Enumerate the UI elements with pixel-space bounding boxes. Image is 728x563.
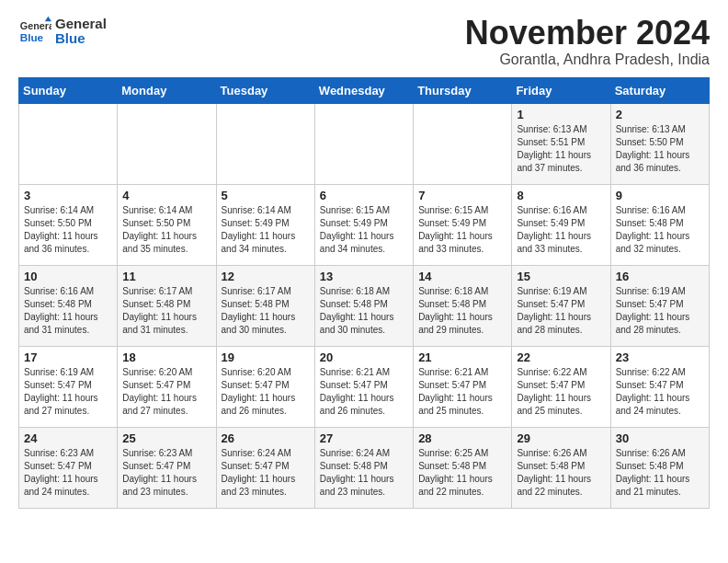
calendar-cell [414,103,512,184]
logo-general: General [55,17,107,32]
day-info: Sunrise: 6:14 AM Sunset: 5:50 PM Dayligh… [24,204,112,256]
logo-blue: Blue [55,31,107,47]
day-number: 13 [320,270,408,283]
calendar-week-row: 17Sunrise: 6:19 AM Sunset: 5:47 PM Dayli… [19,346,710,427]
weekday-header: Thursday [414,77,512,103]
day-info: Sunrise: 6:14 AM Sunset: 5:49 PM Dayligh… [222,204,310,256]
day-info: Sunrise: 6:19 AM Sunset: 5:47 PM Dayligh… [517,285,605,337]
day-info: Sunrise: 6:23 AM Sunset: 5:47 PM Dayligh… [24,447,112,499]
calendar-cell: 7Sunrise: 6:15 AM Sunset: 5:49 PM Daylig… [414,184,512,265]
calendar-cell: 4Sunrise: 6:14 AM Sunset: 5:50 PM Daylig… [118,184,216,265]
day-number: 27 [320,431,408,445]
day-number: 2 [616,108,704,121]
day-info: Sunrise: 6:24 AM Sunset: 5:48 PM Dayligh… [320,447,408,499]
day-info: Sunrise: 6:15 AM Sunset: 5:49 PM Dayligh… [418,204,506,256]
calendar-cell: 30Sunrise: 6:26 AM Sunset: 5:48 PM Dayli… [610,427,709,508]
logo-icon: General Blue [18,15,51,48]
day-number: 6 [320,189,408,202]
title-block: November 2024 Gorantla, Andhra Pradesh, … [465,15,710,68]
day-info: Sunrise: 6:23 AM Sunset: 5:47 PM Dayligh… [122,447,210,499]
day-info: Sunrise: 6:20 AM Sunset: 5:47 PM Dayligh… [122,366,210,418]
day-number: 30 [616,431,704,445]
location: Gorantla, Andhra Pradesh, India [465,52,710,68]
calendar-cell: 6Sunrise: 6:15 AM Sunset: 5:49 PM Daylig… [314,184,413,265]
svg-text:Blue: Blue [20,31,44,43]
day-info: Sunrise: 6:26 AM Sunset: 5:48 PM Dayligh… [616,447,704,499]
calendar-cell: 17Sunrise: 6:19 AM Sunset: 5:47 PM Dayli… [19,346,118,427]
weekday-header: Tuesday [216,77,314,103]
day-number: 19 [222,350,310,364]
day-info: Sunrise: 6:19 AM Sunset: 5:47 PM Dayligh… [24,366,112,418]
weekday-header: Monday [118,77,216,103]
calendar-cell: 14Sunrise: 6:18 AM Sunset: 5:48 PM Dayli… [414,265,512,346]
calendar-cell: 29Sunrise: 6:26 AM Sunset: 5:48 PM Dayli… [512,427,610,508]
header: General Blue General Blue November 2024 … [18,15,710,68]
day-info: Sunrise: 6:25 AM Sunset: 5:48 PM Dayligh… [418,447,506,499]
day-info: Sunrise: 6:26 AM Sunset: 5:48 PM Dayligh… [517,447,605,499]
calendar-cell: 28Sunrise: 6:25 AM Sunset: 5:48 PM Dayli… [414,427,512,508]
calendar-cell: 1Sunrise: 6:13 AM Sunset: 5:51 PM Daylig… [512,103,610,184]
day-number: 29 [517,431,605,445]
day-info: Sunrise: 6:15 AM Sunset: 5:49 PM Dayligh… [320,204,408,256]
calendar-table: SundayMondayTuesdayWednesdayThursdayFrid… [18,77,710,509]
day-info: Sunrise: 6:22 AM Sunset: 5:47 PM Dayligh… [616,366,704,418]
day-info: Sunrise: 6:21 AM Sunset: 5:47 PM Dayligh… [418,366,506,418]
calendar-cell: 20Sunrise: 6:21 AM Sunset: 5:47 PM Dayli… [314,346,413,427]
calendar-cell [118,103,216,184]
day-number: 15 [517,270,605,283]
day-number: 4 [122,189,210,202]
calendar-cell [216,103,314,184]
weekday-header: Sunday [19,77,118,103]
calendar-cell: 8Sunrise: 6:16 AM Sunset: 5:49 PM Daylig… [512,184,610,265]
calendar-cell [19,103,118,184]
calendar-cell: 19Sunrise: 6:20 AM Sunset: 5:47 PM Dayli… [216,346,314,427]
page: General Blue General Blue November 2024 … [0,0,728,523]
day-info: Sunrise: 6:20 AM Sunset: 5:47 PM Dayligh… [222,366,310,418]
day-number: 10 [24,270,112,283]
calendar-cell: 12Sunrise: 6:17 AM Sunset: 5:48 PM Dayli… [216,265,314,346]
calendar-cell: 3Sunrise: 6:14 AM Sunset: 5:50 PM Daylig… [19,184,118,265]
day-number: 8 [517,189,605,202]
day-number: 20 [320,350,408,364]
month-title: November 2024 [465,15,710,52]
day-number: 1 [517,108,605,121]
day-number: 14 [418,270,506,283]
day-info: Sunrise: 6:13 AM Sunset: 5:50 PM Dayligh… [616,123,704,175]
calendar-cell: 22Sunrise: 6:22 AM Sunset: 5:47 PM Dayli… [512,346,610,427]
weekday-header: Wednesday [314,77,413,103]
day-number: 16 [616,270,704,283]
day-info: Sunrise: 6:16 AM Sunset: 5:48 PM Dayligh… [616,204,704,256]
day-number: 25 [122,431,210,445]
calendar-cell: 13Sunrise: 6:18 AM Sunset: 5:48 PM Dayli… [314,265,413,346]
calendar-cell: 18Sunrise: 6:20 AM Sunset: 5:47 PM Dayli… [118,346,216,427]
calendar-cell: 26Sunrise: 6:24 AM Sunset: 5:47 PM Dayli… [216,427,314,508]
day-number: 28 [418,431,506,445]
calendar-week-row: 24Sunrise: 6:23 AM Sunset: 5:47 PM Dayli… [19,427,710,508]
day-info: Sunrise: 6:24 AM Sunset: 5:47 PM Dayligh… [222,447,310,499]
calendar-cell: 5Sunrise: 6:14 AM Sunset: 5:49 PM Daylig… [216,184,314,265]
logo: General Blue General Blue [18,15,107,48]
day-number: 24 [24,431,112,445]
calendar-cell: 10Sunrise: 6:16 AM Sunset: 5:48 PM Dayli… [19,265,118,346]
calendar-cell: 21Sunrise: 6:21 AM Sunset: 5:47 PM Dayli… [414,346,512,427]
day-info: Sunrise: 6:19 AM Sunset: 5:47 PM Dayligh… [616,285,704,337]
calendar-cell: 16Sunrise: 6:19 AM Sunset: 5:47 PM Dayli… [610,265,709,346]
calendar-cell: 24Sunrise: 6:23 AM Sunset: 5:47 PM Dayli… [19,427,118,508]
day-info: Sunrise: 6:16 AM Sunset: 5:49 PM Dayligh… [517,204,605,256]
day-info: Sunrise: 6:22 AM Sunset: 5:47 PM Dayligh… [517,366,605,418]
calendar-cell [314,103,413,184]
day-info: Sunrise: 6:18 AM Sunset: 5:48 PM Dayligh… [418,285,506,337]
day-info: Sunrise: 6:13 AM Sunset: 5:51 PM Dayligh… [517,123,605,175]
calendar-cell: 2Sunrise: 6:13 AM Sunset: 5:50 PM Daylig… [610,103,709,184]
day-number: 11 [122,270,210,283]
calendar-cell: 27Sunrise: 6:24 AM Sunset: 5:48 PM Dayli… [314,427,413,508]
day-info: Sunrise: 6:14 AM Sunset: 5:50 PM Dayligh… [122,204,210,256]
day-info: Sunrise: 6:18 AM Sunset: 5:48 PM Dayligh… [320,285,408,337]
day-number: 22 [517,350,605,364]
calendar-cell: 23Sunrise: 6:22 AM Sunset: 5:47 PM Dayli… [610,346,709,427]
day-number: 7 [418,189,506,202]
calendar-week-row: 1Sunrise: 6:13 AM Sunset: 5:51 PM Daylig… [19,103,710,184]
day-number: 12 [222,270,310,283]
day-number: 9 [616,189,704,202]
calendar-cell: 9Sunrise: 6:16 AM Sunset: 5:48 PM Daylig… [610,184,709,265]
